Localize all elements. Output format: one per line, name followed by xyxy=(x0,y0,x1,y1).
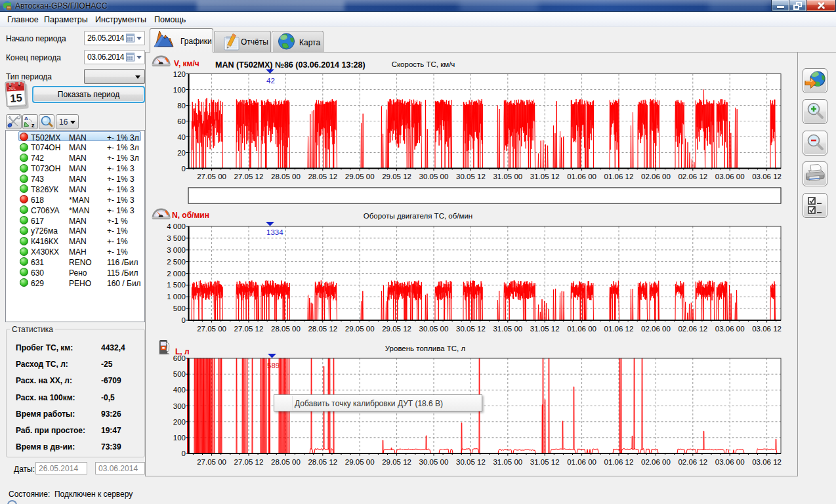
svg-text:z: z xyxy=(31,122,35,129)
svg-text:15: 15 xyxy=(10,91,23,104)
svg-text:A: A xyxy=(24,116,28,121)
svg-text:JUL: JUL xyxy=(9,87,16,91)
